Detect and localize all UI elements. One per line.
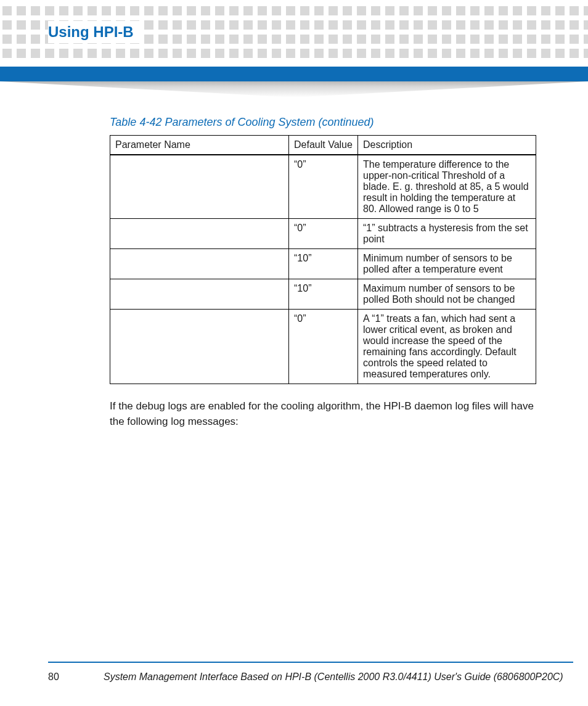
cell-name [110, 279, 289, 310]
cell-name [110, 155, 289, 219]
header-blue-bar [0, 67, 588, 81]
footer-doc-title: System Management Interface Based on HPI… [104, 671, 573, 683]
table-row: “10” Minimum number of sensors to be pol… [110, 249, 536, 279]
cell-name [110, 249, 289, 279]
cell-default: “0” [289, 155, 358, 219]
parameters-table: Parameter Name Default Value Description… [110, 135, 536, 384]
cell-desc: Minimum number of sensors to be polled a… [358, 249, 536, 279]
cell-desc: “1” subtracts a hysteresis from the set … [358, 219, 536, 249]
cell-default: “10” [289, 279, 358, 310]
page-number: 80 [48, 671, 104, 683]
chapter-title: Using HPI-B [48, 21, 140, 43]
footer-rule [48, 662, 573, 663]
cell-desc: Maximum number of sensors to be polled B… [358, 279, 536, 310]
cell-name [110, 310, 289, 384]
col-parameter-name: Parameter Name [110, 136, 289, 155]
col-description: Description [358, 136, 536, 155]
table-header-row: Parameter Name Default Value Description [110, 136, 536, 155]
table-row: “0” “1” subtracts a hysteresis from the … [110, 219, 536, 249]
cell-desc: The temperature difference to the upper-… [358, 155, 536, 219]
table-row: “0” The temperature difference to the up… [110, 155, 536, 219]
footer: 80 System Management Interface Based on … [48, 671, 573, 683]
cell-desc: A “1” treats a fan, which had sent a low… [358, 310, 536, 384]
cell-default: “10” [289, 249, 358, 279]
table-caption: Table 4-42 Parameters of Cooling System … [110, 116, 536, 129]
cell-default: “0” [289, 310, 358, 384]
header-shadow [0, 81, 588, 97]
table-row: “10” Maximum number of sensors to be pol… [110, 279, 536, 310]
cell-name [110, 219, 289, 249]
col-default-value: Default Value [289, 136, 358, 155]
body-paragraph: If the debug logs are enabled for the co… [110, 399, 536, 429]
table-row: “0” A “1” treats a fan, which had sent a… [110, 310, 536, 384]
cell-default: “0” [289, 219, 358, 249]
